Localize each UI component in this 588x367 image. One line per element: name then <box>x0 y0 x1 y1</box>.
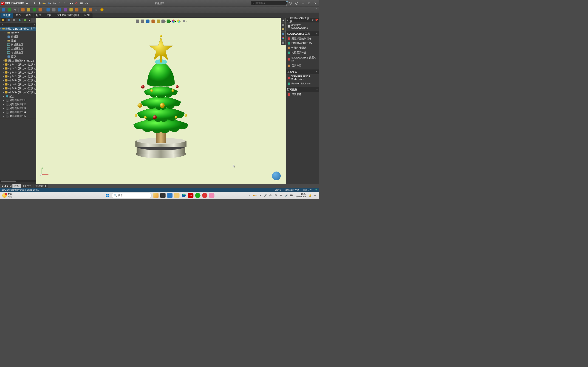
status-segment[interactable]: 自定义 ▾ <box>303 188 311 191</box>
tray-mic-icon[interactable]: 🎤 <box>264 194 267 197</box>
tool-bom[interactable] <box>63 8 68 12</box>
tray-clock[interactable]: 18:04 2023/12/25 <box>295 193 306 198</box>
taskpane-collapse-icon[interactable]: « <box>287 19 288 21</box>
options-list-icon[interactable] <box>79 1 83 5</box>
tree-node[interactable]: ▸配合 <box>0 94 36 98</box>
minimize-button[interactable]: ─ <box>300 1 306 5</box>
taskbar-app-red[interactable] <box>202 193 208 198</box>
tp-tab-view-palette[interactable] <box>281 32 285 36</box>
home-icon[interactable] <box>32 1 36 5</box>
tp-tab-home[interactable] <box>281 18 285 22</box>
ribbon-tab-0[interactable]: 装配体 <box>0 13 13 18</box>
tool-move-component[interactable] <box>32 8 37 12</box>
tree-node[interactable]: 上视基准面 <box>0 47 36 50</box>
fm-tab-display[interactable] <box>23 18 28 22</box>
bottom-tab-nav[interactable]: ◀ <box>3 184 6 187</box>
tray-stylus-icon[interactable]: ✏ <box>313 194 317 197</box>
fm-filter-bar[interactable]: ▾ <box>0 23 36 27</box>
settings-gear-icon[interactable]: ▾ <box>84 1 88 5</box>
tool-assembly-features[interactable] <box>46 8 51 12</box>
bottom-tab[interactable]: 运动算例 1 <box>33 184 48 188</box>
taskpane-item[interactable]: 订阅服务 <box>286 92 319 97</box>
taskbar-edge[interactable] <box>181 193 187 198</box>
selection-cursor-icon[interactable]: ▾ <box>69 1 73 5</box>
tree-node[interactable]: 右视基准面 <box>0 50 36 54</box>
tray-wifi-icon[interactable] <box>279 194 283 197</box>
tree-node[interactable]: 前视基准面 <box>0 43 36 47</box>
tray-pre-icon[interactable]: PRE <box>253 194 257 197</box>
tree-node[interactable]: ▸(固定) 圣诞树<1> (默认) < <box>0 58 36 62</box>
taskpane-item[interactable]: SOLIDWORKS 设置向导 <box>286 55 319 63</box>
taskbar-weather-widget[interactable]: 1 3°C 晴朗 <box>2 193 12 198</box>
taskpane-gear-icon[interactable]: ⚙ <box>311 19 314 22</box>
close-button[interactable]: ✕ <box>313 1 318 5</box>
tree-node[interactable]: ▸(-) 2<2> (默认) <<默认>_ <box>0 75 36 78</box>
taskbar-file-explorer[interactable] <box>174 193 180 198</box>
orientation-triad[interactable]: y x <box>40 167 50 176</box>
collapse-ribbon-icon[interactable]: ︿ <box>316 7 318 10</box>
tree-node[interactable]: ▸(-) 2<3> (默认) <<默认>_ <box>0 86 36 90</box>
status-segment[interactable]: 在编辑 装配体 <box>285 188 299 191</box>
taskbar-app-pink[interactable] <box>209 193 215 198</box>
fm-resize-handle[interactable] <box>0 182 36 184</box>
taskbar-solidworks[interactable]: SW <box>188 193 193 198</box>
view-settings-icon[interactable]: ▾ <box>182 19 187 23</box>
taskpane-item[interactable]: Partner Solutions <box>286 81 319 86</box>
taskbar-app-1[interactable] <box>153 193 159 198</box>
status-rebuild-icon[interactable] <box>315 188 318 191</box>
taskpane-item[interactable]: 属性标签编制程序 <box>286 36 319 41</box>
feature-tree[interactable]: ▾ 装配体1 (默认) <默认_显示状态 ▸History传感器▸注解前视基准面… <box>0 27 36 180</box>
taskbar-app-2[interactable] <box>160 193 166 198</box>
tray-battery-icon[interactable] <box>290 194 293 197</box>
ribbon-tab-5[interactable]: SOLIDWORKS 插件 <box>54 13 82 18</box>
tray-notifications-icon[interactable]: 🔔 <box>309 194 312 197</box>
bottom-tab-nav[interactable]: ▶ <box>6 184 9 187</box>
windows-search-box[interactable]: 🔍 搜索 <box>112 193 152 198</box>
bottom-tab-nav[interactable]: |◀ <box>0 184 3 187</box>
rebuild-icon[interactable] <box>74 1 78 5</box>
tp-tab-appearances[interactable] <box>281 36 285 40</box>
tool-instant3d[interactable] <box>75 8 79 12</box>
save-icon[interactable]: ▾ <box>47 1 52 5</box>
user-account-icon[interactable] <box>288 1 293 5</box>
open-folder-icon[interactable]: ▾ <box>42 1 46 5</box>
tree-node[interactable]: ▸(-) 1<4> (默认) <<默认>_ <box>0 82 36 86</box>
taskpane-item[interactable]: 我的产品 <box>286 63 319 68</box>
tray-chevron-up-icon[interactable]: ︿ <box>248 194 251 197</box>
print-icon[interactable]: ▾ <box>52 1 57 5</box>
fm-tab-property[interactable] <box>6 18 11 22</box>
tree-node[interactable]: ▸(-) 3<1> (默认) <<默认>_ <box>0 62 36 66</box>
help-icon[interactable]: ? <box>294 1 300 5</box>
display-style-icon[interactable]: ▾ <box>161 19 166 23</box>
fm-tab-dim[interactable] <box>17 18 22 22</box>
graphics-viewport[interactable]: ▾ ▾ ▾ ▾ ▾ <box>36 18 285 184</box>
bottom-tab[interactable]: 模型 <box>12 184 21 188</box>
tool-interference[interactable] <box>82 8 87 12</box>
tp-tab-file-explorer[interactable] <box>281 27 285 31</box>
redo-icon[interactable]: ↷ <box>62 1 66 5</box>
ribbon-tab-1[interactable]: 布局 <box>13 13 23 18</box>
tree-node[interactable]: 传感器 <box>0 35 36 39</box>
taskpane-item[interactable]: 性能基准测试 <box>286 45 319 50</box>
tree-node[interactable]: ▸(-) 3<9> (默认) <<默认>_ <box>0 90 36 94</box>
zoom-fit-icon[interactable] <box>135 19 140 23</box>
tree-node[interactable]: ▸(-) 1<2> (默认) <<默认>_ <box>0 67 36 70</box>
tree-node[interactable]: ▸(-) 3<3> (默认) <<默认>_ <box>0 78 36 82</box>
tree-node[interactable]: 原点 <box>0 55 36 58</box>
ribbon-tab-4[interactable]: 评估 <box>44 13 54 18</box>
tool-snapshot[interactable] <box>94 8 99 12</box>
bottom-tab[interactable]: 3D 视图 <box>21 184 33 188</box>
tree-node[interactable]: ▸注解 <box>0 39 36 42</box>
taskpane-pin-icon[interactable]: 📌 <box>315 19 318 22</box>
ribbon-tab-2[interactable]: 草图 <box>23 13 33 18</box>
tray-ime-type[interactable]: 拼 <box>269 194 272 197</box>
tray-onedrive-icon[interactable]: ☁ <box>259 194 262 197</box>
new-document-icon[interactable] <box>37 1 42 5</box>
undo-icon[interactable]: ↶ <box>57 1 61 5</box>
apply-scene-icon[interactable]: ▾ <box>177 19 182 23</box>
command-search-input[interactable] <box>256 2 285 5</box>
status-segment[interactable]: 欠定义 <box>275 188 281 191</box>
tree-root[interactable]: ▾ 装配体1 (默认) <默认_显示状态 <box>0 27 36 31</box>
tool-clearance[interactable] <box>88 8 93 12</box>
tray-volume-icon[interactable]: 🔊 <box>285 194 288 197</box>
